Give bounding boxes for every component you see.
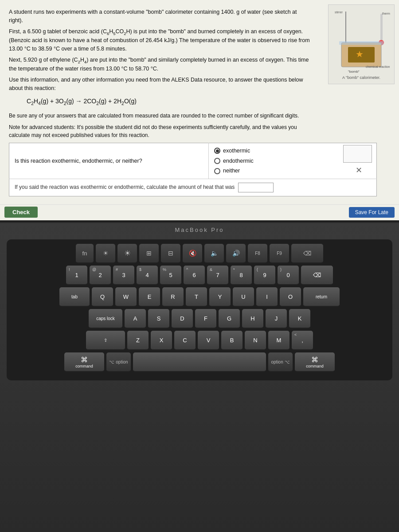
question-row-2: If you said the reaction was exothermic …: [9, 179, 377, 196]
keyboard: fn ☀ ☀ ⊞ ⊟ 🔇 🔈 🔊 F8 F9 ⌫ !1 @2 #3 $4 %5 …: [7, 239, 392, 380]
paragraph-3: Next, 5.920 g of ethylene (C2H4) are put…: [9, 56, 310, 73]
answer-box-cell: ✕: [341, 143, 377, 179]
question-row-1: Is this reaction exothermic, endothermic…: [9, 143, 377, 179]
bottom-row: ⌘ command ⌥ option option ⌥ ⌘ command: [12, 352, 387, 372]
key-caret-6[interactable]: ^6: [184, 266, 205, 285]
key-percent-5[interactable]: %5: [160, 266, 181, 285]
paragraph-1: A student runs two experiments with a co…: [9, 8, 310, 25]
key-w[interactable]: W: [115, 287, 137, 307]
function-row: fn ☀ ☀ ⊞ ⊟ 🔇 🔈 🔊 F8 F9 ⌫: [12, 244, 387, 263]
key-e[interactable]: E: [139, 287, 160, 307]
key-t[interactable]: T: [186, 287, 207, 307]
key-tab[interactable]: tab: [59, 287, 90, 307]
key-c[interactable]: C: [174, 331, 196, 350]
key-expose[interactable]: ⊟: [161, 244, 180, 263]
svg-rect-0: [380, 14, 383, 40]
radio-neither-label: neither: [223, 167, 240, 175]
svg-text:chemical reaction: chemical reaction: [366, 65, 390, 68]
key-star-8[interactable]: *8: [231, 266, 252, 285]
radio-group: exothermic endothermic neither: [214, 147, 336, 175]
key-y[interactable]: Y: [209, 287, 231, 307]
key-f[interactable]: F: [195, 309, 216, 329]
svg-rect-8: [339, 41, 383, 45]
radio-options-cell[interactable]: exothermic endothermic neither: [209, 143, 341, 179]
key-at-2[interactable]: @2: [90, 266, 111, 285]
key-shift-left[interactable]: ⇧: [86, 331, 125, 350]
paragraph-4: Use this information, and any other info…: [9, 76, 310, 93]
save-button[interactable]: Save For Late: [349, 207, 395, 218]
svg-text:"bomb": "bomb": [348, 70, 360, 74]
number-row: !1 @2 #3 $4 %5 ^6 &7 *8 (9 )0 ⌫: [12, 266, 387, 285]
key-d[interactable]: D: [172, 309, 193, 329]
key-lparen-9[interactable]: (9: [254, 266, 275, 285]
key-j[interactable]: J: [266, 309, 287, 329]
calorimeter-diagram: thermometer stirrer ★ "bomb" chemical re…: [328, 4, 395, 84]
content-area: A student runs two experiments with a co…: [0, 0, 319, 204]
key-exclaim-1[interactable]: !1: [66, 266, 87, 285]
key-option-left[interactable]: ⌥ option: [106, 352, 131, 372]
key-f9[interactable]: F9: [270, 244, 289, 263]
key-m[interactable]: M: [268, 331, 289, 350]
key-brightness-up[interactable]: ☀: [117, 244, 137, 263]
key-g[interactable]: G: [219, 309, 240, 329]
key-r[interactable]: R: [162, 287, 184, 307]
key-dollar-4[interactable]: $4: [137, 266, 158, 285]
radio-neither-circle[interactable]: [214, 168, 220, 174]
close-icon[interactable]: ✕: [356, 166, 362, 175]
macbook-label: MacBook Pro: [175, 227, 224, 233]
key-q[interactable]: Q: [92, 287, 113, 307]
close-button-area: ✕: [343, 164, 375, 176]
q-row: tab Q W E R T Y U I O return: [12, 287, 387, 307]
key-rparen-0[interactable]: )0: [278, 266, 299, 285]
bottom-bar: Check Save For Late: [0, 204, 399, 219]
key-a[interactable]: A: [125, 309, 146, 329]
chemical-formula: C2H4(g) + 3O2(g) → 2CO2(g) + 2H2O(g): [9, 97, 310, 107]
key-cmd-left[interactable]: ⌘ command: [64, 352, 104, 372]
key-cmd-right[interactable]: ⌘ command: [295, 352, 335, 372]
key-less-than[interactable]: <,: [292, 331, 313, 350]
a-row: caps lock A S D F G H J K: [12, 309, 387, 329]
svg-text:thermometer: thermometer: [382, 12, 390, 15]
key-space[interactable]: [133, 352, 266, 372]
svg-text:stirrer: stirrer: [335, 11, 343, 14]
key-caps[interactable]: caps lock: [89, 309, 122, 329]
key-o[interactable]: O: [280, 287, 301, 307]
key-backspace[interactable]: ⌫: [301, 266, 333, 285]
key-option-right[interactable]: option ⌥: [268, 352, 293, 372]
key-f8[interactable]: F8: [248, 244, 267, 263]
question-2-text: If you said the reaction was exothermic …: [9, 179, 341, 196]
key-v[interactable]: V: [198, 331, 219, 350]
heat-answer-input[interactable]: [238, 183, 274, 192]
key-i[interactable]: I: [256, 287, 278, 307]
key-fn[interactable]: fn: [76, 244, 94, 263]
key-vol-up[interactable]: 🔊: [226, 244, 246, 263]
key-x[interactable]: X: [151, 331, 172, 350]
key-u[interactable]: U: [233, 287, 254, 307]
key-delete[interactable]: ⌫: [291, 244, 323, 263]
key-vol-down[interactable]: 🔈: [204, 244, 224, 263]
check-button[interactable]: Check: [4, 207, 38, 218]
key-return[interactable]: return: [303, 287, 340, 307]
key-n[interactable]: N: [245, 331, 266, 350]
radio-exothermic-circle[interactable]: [214, 148, 220, 154]
key-z[interactable]: Z: [127, 331, 149, 350]
key-hash-3[interactable]: #3: [113, 266, 134, 285]
key-b[interactable]: B: [221, 331, 243, 350]
radio-endothermic[interactable]: endothermic: [214, 157, 336, 165]
key-brightness-down[interactable]: ☀: [96, 244, 115, 263]
key-k[interactable]: K: [289, 309, 310, 329]
radio-endothermic-label: endothermic: [223, 157, 254, 165]
q2-answer-cell: [341, 179, 377, 196]
svg-text:★: ★: [356, 49, 364, 59]
key-mute[interactable]: 🔇: [183, 244, 202, 263]
radio-endothermic-circle[interactable]: [214, 158, 220, 164]
key-amp-7[interactable]: &7: [207, 266, 228, 285]
radio-neither[interactable]: neither: [214, 167, 336, 175]
key-expose-off[interactable]: ⊞: [139, 244, 159, 263]
question-table: Is this reaction exothermic, endothermic…: [9, 143, 377, 196]
screen: thermometer stirrer ★ "bomb" chemical re…: [0, 0, 399, 222]
paragraph-2: First, a 6.500 g tablet of benzoic acid …: [9, 27, 310, 53]
radio-exothermic[interactable]: exothermic: [214, 147, 336, 155]
key-h[interactable]: H: [242, 309, 263, 329]
key-s[interactable]: S: [148, 309, 169, 329]
